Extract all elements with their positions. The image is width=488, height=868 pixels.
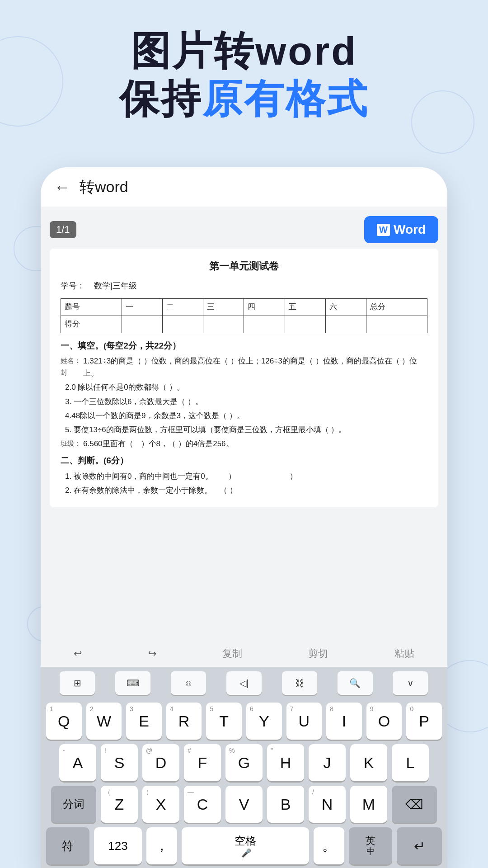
num-button[interactable]: 123	[94, 827, 142, 864]
delete-button[interactable]: ⌫	[392, 786, 437, 823]
doc-judge-1: 1. 被除数的中间有0，商的中间也一定有0。 ） ）	[65, 470, 427, 482]
key-w[interactable]: 2W	[86, 703, 122, 740]
back-button[interactable]: ←	[54, 178, 70, 197]
keyboard-icon-row: ⊞ ⌨ ☺ ◁| ⛓ 🔍 ∨	[41, 667, 447, 699]
enter-button[interactable]: ↵	[397, 827, 442, 864]
table-row-6	[325, 316, 366, 333]
app-header: ← 转word	[41, 167, 447, 207]
key-t[interactable]: 5T	[206, 703, 242, 740]
undo-button[interactable]: ↩	[66, 644, 89, 663]
section1-label: 一、填空。(每空2分，共22分）	[61, 339, 427, 353]
key-j[interactable]: J	[309, 744, 346, 781]
key-rows: 1Q 2W 3E 4R 5T 6Y 7U 8I 9O 0P -A !S @D #…	[41, 699, 447, 868]
hero-line2: 保持原有格式	[0, 75, 488, 123]
doc-item-4: 4.48除以一个数的商是9，余数是3，这个数是（ ）。	[65, 410, 427, 422]
key-y[interactable]: 6Y	[246, 703, 282, 740]
doc-item-1: 1.321÷3的商是（ ）位数，商的最高位在（ ）位上；126÷3的商是（ ）位…	[83, 355, 427, 379]
key-q[interactable]: 1Q	[46, 703, 82, 740]
key-r[interactable]: 4R	[166, 703, 202, 740]
key-g[interactable]: %G	[225, 744, 263, 781]
document-content: 第一单元测试卷 学号： 数学|三年级 题号 一 二 三 四 五 六 总分 得分	[50, 249, 438, 507]
redo-button[interactable]: ↪	[141, 644, 164, 663]
space-button[interactable]: 空格 🎤	[182, 827, 309, 864]
key-h[interactable]: "H	[267, 744, 304, 781]
keyboard-link-icon[interactable]: ⛓	[282, 671, 317, 695]
keyboard-collapse-icon[interactable]: ∨	[393, 671, 428, 695]
keyboard-cursor-icon[interactable]: ◁|	[226, 671, 262, 695]
key-p[interactable]: 0P	[406, 703, 442, 740]
key-f[interactable]: #F	[184, 744, 221, 781]
table-header-3: 三	[203, 298, 244, 316]
table-header-2: 二	[163, 298, 203, 316]
table-header-4: 四	[244, 298, 285, 316]
keyboard-emoji-icon[interactable]: ☺	[171, 671, 206, 695]
key-row-2: -A !S @D #F %G "H J K L	[46, 744, 442, 781]
keyboard-grid-icon[interactable]: ⊞	[60, 671, 95, 695]
table-header-7: 总分	[366, 298, 427, 316]
table-row-2	[163, 316, 203, 333]
key-row-bottom: 符 123 ， 空格 🎤 。 英中 ↵	[46, 827, 442, 864]
score-table: 题号 一 二 三 四 五 六 总分 得分	[61, 298, 427, 333]
table-header-5: 五	[285, 298, 325, 316]
doc-toolbar: 1/1 W Word	[50, 216, 438, 243]
key-e[interactable]: 3E	[126, 703, 162, 740]
doc-item-5: 5. 要使13÷6的商是两位数，方框里可以填（要使商是三位数，方框里最小填（ ）…	[65, 424, 427, 436]
table-header-6: 六	[325, 298, 366, 316]
hero-line2-part2: 原有格式	[202, 76, 369, 121]
document-area: 1/1 W Word 第一单元测试卷 学号： 数学|三年级 题号 一 二 三 四…	[41, 207, 447, 512]
key-l[interactable]: L	[392, 744, 429, 781]
key-o[interactable]: 9O	[366, 703, 402, 740]
table-row-0: 得分	[61, 316, 122, 333]
doc-judge-2: 2. 在有余数的除法中，余数一定小于除数。 （ ）	[65, 484, 427, 496]
sym-button[interactable]: 符	[46, 827, 89, 864]
side-label-1: 姓名：封	[61, 355, 81, 378]
lang-button[interactable]: 英中	[349, 827, 392, 864]
word-icon: W	[377, 224, 390, 236]
word-export-button[interactable]: W Word	[364, 216, 438, 243]
key-m[interactable]: M	[350, 786, 387, 823]
table-row-1	[122, 316, 163, 333]
key-n[interactable]: /N	[309, 786, 346, 823]
keyboard-toolbar: ↩ ↪ 复制 剪切 粘贴	[41, 640, 447, 667]
copy-button[interactable]: 复制	[215, 643, 249, 664]
key-x[interactable]: ）X	[142, 786, 179, 823]
key-s[interactable]: !S	[101, 744, 138, 781]
key-z[interactable]: （Z	[101, 786, 138, 823]
list-item: 姓名：封 1.321÷3的商是（ ）位数，商的最高位在（ ）位上；126÷3的商…	[61, 355, 427, 379]
key-a[interactable]: -A	[59, 744, 96, 781]
paste-button[interactable]: 粘贴	[387, 643, 422, 664]
phone-mockup: ← 转word 1/1 W Word 第一单元测试卷 学号： 数学|三年级 题号…	[41, 167, 447, 868]
key-d[interactable]: @D	[142, 744, 179, 781]
key-u[interactable]: 7U	[286, 703, 322, 740]
key-b[interactable]: B	[267, 786, 304, 823]
table-header-0: 题号	[61, 298, 122, 316]
page-badge: 1/1	[50, 221, 76, 238]
keyboard-search-icon[interactable]: 🔍	[338, 671, 373, 695]
key-row-1: 1Q 2W 3E 4R 5T 6Y 7U 8I 9O 0P	[46, 703, 442, 740]
keyboard-area: ↩ ↪ 复制 剪切 粘贴 ⊞ ⌨ ☺ ◁| ⛓ 🔍 ∨ 1Q 2W 3E 4R …	[41, 640, 447, 868]
hero-section: 图片转word 保持原有格式	[0, 27, 488, 123]
doc-title: 第一单元测试卷	[61, 258, 427, 274]
table-row-7	[366, 316, 427, 333]
table-row-4	[244, 316, 285, 333]
doc-item-2: 2.0 除以任何不是0的数都得（ ）。	[65, 381, 427, 393]
fenci-button[interactable]: 分词	[51, 786, 96, 823]
doc-subtitle: 学号： 数学|三年级	[61, 279, 427, 293]
subtitle-value: 数学|三年级	[94, 279, 137, 293]
section2-label: 二、判断。(6分）	[61, 453, 427, 468]
key-v[interactable]: V	[225, 786, 263, 823]
cut-button[interactable]: 剪切	[301, 643, 335, 664]
key-k[interactable]: K	[350, 744, 387, 781]
side-label-2: 班级：	[61, 438, 81, 449]
comma-button[interactable]: ，	[146, 827, 177, 864]
hero-line1: 图片转word	[0, 27, 488, 75]
doc-item-6: 6.560里面有（ ）个8，（ ）的4倍是256。	[83, 438, 427, 450]
period-button[interactable]: 。	[314, 827, 344, 864]
keyboard-type-icon[interactable]: ⌨	[115, 671, 150, 695]
word-button-label: Word	[394, 222, 426, 237]
subtitle-label: 学号：	[61, 279, 85, 293]
key-i[interactable]: 8I	[326, 703, 362, 740]
doc-item-3: 3. 一个三位数除以6，余数最大是（ ）。	[65, 396, 427, 408]
key-c[interactable]: —C	[184, 786, 221, 823]
list-item: 班级： 6.560里面有（ ）个8，（ ）的4倍是256。	[61, 438, 427, 450]
